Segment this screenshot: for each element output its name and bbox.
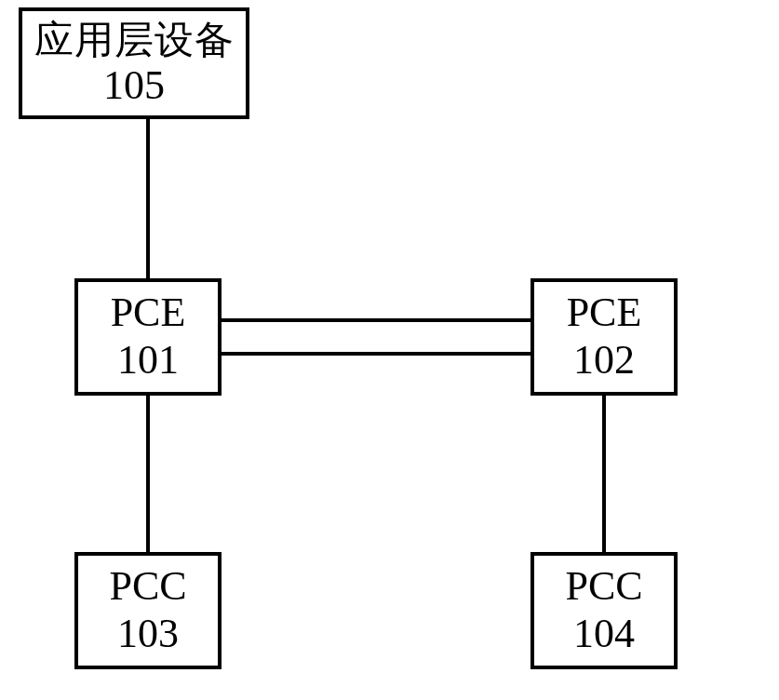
node-pcc-104-id: 104 xyxy=(573,611,635,658)
node-pcc-104-label: PCC xyxy=(565,563,642,611)
node-pcc-103-label: PCC xyxy=(109,563,186,611)
node-pce-101: PCE 101 xyxy=(74,278,222,396)
connector-pce102-to-pcc104 xyxy=(602,396,606,552)
node-pce-102-id: 102 xyxy=(573,337,635,384)
connector-pce101-pce102-top xyxy=(222,318,531,322)
node-pcc-104: PCC 104 xyxy=(531,552,678,669)
node-application-layer-device-id: 105 xyxy=(103,62,165,110)
node-application-layer-device-label: 应用层设备 xyxy=(34,18,235,62)
connector-app-to-pce101 xyxy=(146,119,150,278)
diagram-canvas: 应用层设备 105 PCE 101 PCE 102 PCC 103 PCC 10… xyxy=(0,0,779,700)
connector-pce101-to-pcc103 xyxy=(146,396,150,552)
node-application-layer-device: 应用层设备 105 xyxy=(19,7,249,119)
node-pce-101-id: 101 xyxy=(117,337,179,384)
node-pce-102-label: PCE xyxy=(567,289,642,337)
connector-pce101-pce102-bottom xyxy=(222,352,531,356)
node-pce-102: PCE 102 xyxy=(531,278,678,396)
node-pcc-103-id: 103 xyxy=(117,611,179,658)
node-pce-101-label: PCE xyxy=(111,289,186,337)
node-pcc-103: PCC 103 xyxy=(74,552,222,669)
